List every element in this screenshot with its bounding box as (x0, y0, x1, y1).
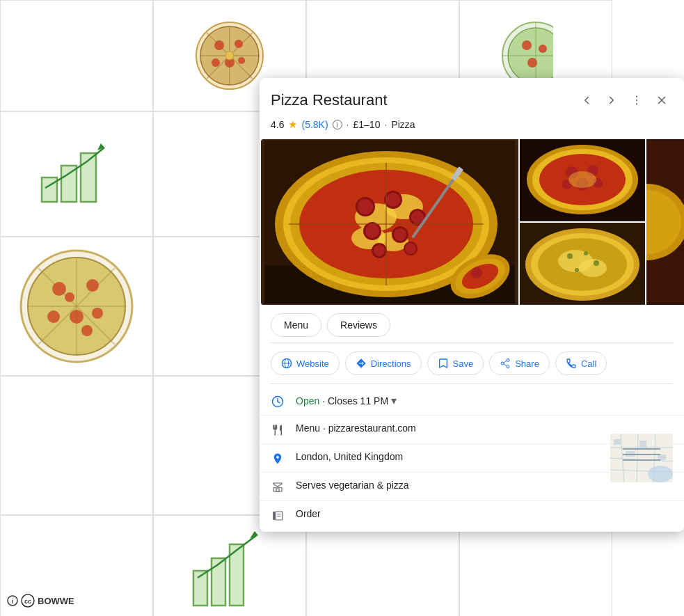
restaurant-name: Pizza Restaurant (271, 91, 388, 109)
svg-point-71 (365, 224, 379, 238)
close-icon (655, 94, 668, 106)
svg-rect-128 (639, 441, 646, 449)
maps-panel: Pizza Restaurant (260, 78, 684, 532)
pizza-sketch-large (17, 247, 136, 365)
svg-rect-127 (626, 451, 635, 457)
svg-text:i: i (12, 598, 14, 605)
main-photo[interactable] (261, 139, 518, 305)
svg-point-112 (507, 358, 509, 361)
svg-line-116 (504, 364, 507, 366)
main-pizza-photo (261, 139, 518, 305)
address-row: London, United Kingdom (260, 444, 684, 473)
side-pizza-photo-2-svg (520, 223, 645, 304)
svg-point-37 (92, 308, 103, 319)
hours-text: Open · Closes 11 PM ▾ (296, 394, 673, 407)
photo-strip[interactable] (260, 139, 684, 305)
directions-button[interactable]: Directions (345, 352, 422, 375)
share-button[interactable]: Share (489, 352, 550, 375)
svg-point-67 (386, 193, 400, 207)
watermark-text: BOWWE (38, 596, 74, 606)
separator-1: · (347, 119, 349, 130)
menu-text: Menu · pizzarestaurant.com (296, 422, 673, 434)
svg-point-18 (539, 45, 547, 53)
svg-point-33 (52, 282, 66, 296)
clock-icon (271, 395, 284, 408)
side-photo-1[interactable] (520, 139, 645, 221)
close-label: Closes 11 PM (328, 395, 388, 406)
clock-icon-col (271, 395, 285, 408)
prev-button[interactable] (575, 89, 598, 111)
svg-point-73 (394, 228, 406, 241)
order-icon-col (271, 510, 285, 522)
bg-cell-5 (0, 111, 153, 237)
location-icon-col (271, 452, 285, 465)
svg-point-77 (405, 243, 416, 254)
globe-icon (281, 358, 292, 369)
svg-rect-131 (276, 489, 280, 491)
call-label: Call (581, 358, 596, 369)
svg-point-9 (212, 58, 220, 67)
phone-icon (566, 358, 577, 369)
order-row: Order (260, 501, 684, 529)
svg-point-114 (507, 365, 509, 368)
serves-info: Serves vegetarian & pizza (296, 480, 409, 491)
order-label: Order (296, 508, 321, 519)
svg-text:cc: cc (24, 598, 31, 605)
more-options-button[interactable] (626, 89, 648, 111)
side-pizza-photo-1-svg (520, 139, 645, 221)
close-time: · (322, 395, 328, 406)
svg-point-102 (567, 253, 573, 259)
svg-point-11 (225, 52, 234, 60)
pizza-sketch-top (191, 17, 268, 94)
watermark: i cc BOWWE (7, 594, 74, 608)
panel-navigation (575, 89, 673, 111)
action-buttons-row: Website Directions Save Share (260, 343, 684, 384)
serves-row: Serves vegetarian & pizza (260, 473, 684, 501)
next-button[interactable] (601, 89, 623, 111)
utensils-icon-col (271, 424, 285, 436)
menu-tab[interactable]: Menu (271, 313, 321, 337)
svg-point-69 (411, 211, 424, 223)
svg-point-7 (234, 40, 243, 48)
close-button[interactable] (651, 89, 673, 111)
call-button[interactable]: Call (555, 352, 607, 375)
side-photos[interactable] (520, 139, 645, 305)
store-icon-col (271, 481, 285, 493)
svg-point-36 (47, 310, 60, 323)
bg-cell-9 (0, 237, 153, 376)
svg-point-75 (374, 245, 385, 256)
svg-point-6 (214, 40, 224, 50)
rating-count[interactable]: (5.8K) (301, 119, 328, 130)
serves-text: Serves vegetarian & pizza (296, 480, 673, 491)
info-circle-icon: i (7, 595, 18, 606)
side-photo-2[interactable] (520, 223, 645, 305)
svg-point-95 (568, 171, 596, 188)
svg-rect-43 (212, 558, 225, 606)
svg-point-19 (527, 58, 537, 68)
rating-row: 4.6 ★ (5.8K) i · £1–10 · Pizza (260, 117, 684, 139)
svg-point-17 (522, 40, 532, 50)
svg-rect-129 (658, 455, 666, 460)
svg-point-65 (358, 199, 373, 214)
save-button[interactable]: Save (427, 352, 484, 375)
order-text: Order (296, 508, 673, 519)
category: Pizza (391, 119, 415, 130)
hours-row: Open · Closes 11 PM ▾ (260, 387, 684, 416)
chart-sketch-1 (35, 139, 118, 209)
reviews-tab[interactable]: Reviews (327, 313, 390, 337)
pizza-photo-svg (264, 141, 515, 303)
hours-expand-button[interactable]: ▾ (391, 394, 397, 407)
address: London, United Kingdom (296, 451, 403, 462)
svg-point-103 (584, 251, 588, 255)
svg-point-52 (636, 100, 637, 101)
more-vert-icon (630, 94, 643, 106)
rating-info-icon[interactable]: i (333, 120, 342, 129)
chevron-right-icon (605, 94, 618, 106)
panel-header: Pizza Restaurant (260, 78, 684, 117)
action-tabs: Menu Reviews (260, 305, 684, 342)
share-label: Share (515, 358, 539, 369)
svg-point-105 (575, 268, 579, 272)
menu-source: Menu · pizzarestaurant.com (296, 422, 416, 434)
website-button[interactable]: Website (271, 352, 340, 375)
save-label: Save (453, 358, 474, 369)
